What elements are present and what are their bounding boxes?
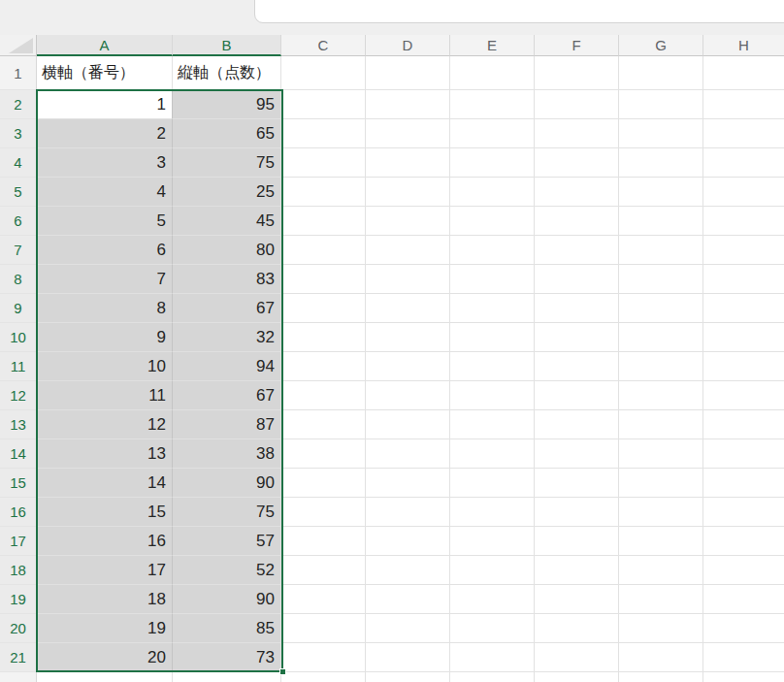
cell-empty[interactable] xyxy=(535,323,619,352)
cell-empty[interactable] xyxy=(450,119,535,148)
cell-empty[interactable] xyxy=(703,556,784,585)
row-header[interactable]: 11 xyxy=(0,352,37,381)
cell-column-a[interactable]: 19 xyxy=(37,614,173,643)
row-header[interactable]: 16 xyxy=(0,498,37,527)
cell-empty[interactable] xyxy=(450,148,535,178)
cell-empty[interactable] xyxy=(281,265,366,294)
cell-empty[interactable] xyxy=(703,265,784,294)
cell-empty[interactable] xyxy=(366,469,450,498)
cell-empty[interactable] xyxy=(703,148,784,178)
cell-empty[interactable] xyxy=(281,119,366,148)
cell-empty[interactable] xyxy=(281,527,366,556)
cell-empty[interactable] xyxy=(535,178,619,207)
cell-empty[interactable] xyxy=(450,585,535,614)
cell-column-a[interactable]: 13 xyxy=(37,439,173,469)
cell-empty[interactable] xyxy=(281,556,366,585)
cell-empty[interactable] xyxy=(450,56,535,90)
cell-empty[interactable] xyxy=(366,410,450,439)
row-header[interactable]: 19 xyxy=(0,585,37,614)
cell-empty[interactable] xyxy=(619,439,703,469)
cell-column-a[interactable]: 17 xyxy=(37,556,173,585)
cell-column-a[interactable]: 1 xyxy=(37,90,173,119)
cell-empty[interactable] xyxy=(535,556,619,585)
cell-empty[interactable] xyxy=(366,614,450,643)
cell-empty[interactable] xyxy=(535,614,619,643)
row-header[interactable]: 4 xyxy=(0,148,37,178)
cell-empty[interactable] xyxy=(450,672,535,682)
cell-empty[interactable] xyxy=(703,178,784,207)
cell-empty[interactable] xyxy=(281,323,366,352)
cell-empty[interactable] xyxy=(619,323,703,352)
cell-empty[interactable] xyxy=(450,236,535,265)
cell-empty[interactable] xyxy=(619,672,703,682)
cell-empty[interactable] xyxy=(281,498,366,527)
cell-column-a[interactable] xyxy=(37,672,173,682)
column-header[interactable]: C xyxy=(281,35,366,56)
cell-empty[interactable] xyxy=(619,614,703,643)
cell-column-b[interactable]: 57 xyxy=(173,527,281,556)
cell-empty[interactable] xyxy=(703,672,784,682)
cell-empty[interactable] xyxy=(366,148,450,178)
cell-column-b[interactable]: 67 xyxy=(173,294,281,323)
cell-empty[interactable] xyxy=(366,556,450,585)
cell-empty[interactable] xyxy=(366,352,450,381)
cell-empty[interactable] xyxy=(535,119,619,148)
cell-empty[interactable] xyxy=(619,178,703,207)
cell-column-b[interactable]: 32 xyxy=(173,323,281,352)
cell-empty[interactable] xyxy=(366,643,450,672)
cell-empty[interactable] xyxy=(450,207,535,236)
cell-empty[interactable] xyxy=(535,90,619,119)
cell-empty[interactable] xyxy=(703,614,784,643)
row-header[interactable]: 22 xyxy=(0,672,37,682)
cell-empty[interactable] xyxy=(703,323,784,352)
row-header[interactable]: 2 xyxy=(0,90,37,119)
cell-column-a[interactable]: 5 xyxy=(37,207,173,236)
cell-empty[interactable] xyxy=(450,90,535,119)
cell-empty[interactable] xyxy=(535,439,619,469)
cell-empty[interactable] xyxy=(281,294,366,323)
cell-empty[interactable] xyxy=(619,410,703,439)
cell-empty[interactable] xyxy=(619,469,703,498)
column-header[interactable]: E xyxy=(450,35,535,56)
cell-column-b[interactable]: 45 xyxy=(173,207,281,236)
row-header[interactable]: 5 xyxy=(0,178,37,207)
cell-empty[interactable] xyxy=(366,178,450,207)
cell-column-a[interactable]: 12 xyxy=(37,410,173,439)
cell-empty[interactable] xyxy=(450,527,535,556)
cell-column-a[interactable]: 10 xyxy=(37,352,173,381)
row-header[interactable]: 1 xyxy=(0,56,37,90)
cell-empty[interactable] xyxy=(535,672,619,682)
cell-column-a[interactable]: 20 xyxy=(37,643,173,672)
cell-empty[interactable] xyxy=(450,469,535,498)
cell-empty[interactable] xyxy=(281,672,366,682)
cell-empty[interactable] xyxy=(619,527,703,556)
cell-empty[interactable] xyxy=(703,469,784,498)
cell-empty[interactable] xyxy=(619,119,703,148)
cell-empty[interactable] xyxy=(703,498,784,527)
row-header[interactable]: 9 xyxy=(0,294,37,323)
cell-empty[interactable] xyxy=(535,469,619,498)
cell-empty[interactable] xyxy=(535,410,619,439)
row-header[interactable]: 21 xyxy=(0,643,37,672)
cell-column-b[interactable]: 65 xyxy=(173,119,281,148)
cell-column-a[interactable]: 18 xyxy=(37,585,173,614)
cell-empty[interactable] xyxy=(703,90,784,119)
cell-column-b[interactable]: 38 xyxy=(173,439,281,469)
row-header[interactable]: 12 xyxy=(0,381,37,410)
cell-empty[interactable] xyxy=(703,381,784,410)
cell-empty[interactable] xyxy=(366,439,450,469)
cell-empty[interactable] xyxy=(619,381,703,410)
cell-empty[interactable] xyxy=(703,119,784,148)
cell-empty[interactable] xyxy=(619,265,703,294)
cell-empty[interactable] xyxy=(535,352,619,381)
cell-empty[interactable] xyxy=(450,294,535,323)
cell-empty[interactable] xyxy=(619,90,703,119)
row-header[interactable]: 18 xyxy=(0,556,37,585)
cell-empty[interactable] xyxy=(703,643,784,672)
cell-empty[interactable] xyxy=(450,614,535,643)
cell-empty[interactable] xyxy=(366,498,450,527)
cell-column-a[interactable]: 8 xyxy=(37,294,173,323)
cell-empty[interactable] xyxy=(450,643,535,672)
cell-column-a[interactable]: 4 xyxy=(37,178,173,207)
column-header[interactable]: G xyxy=(619,35,703,56)
